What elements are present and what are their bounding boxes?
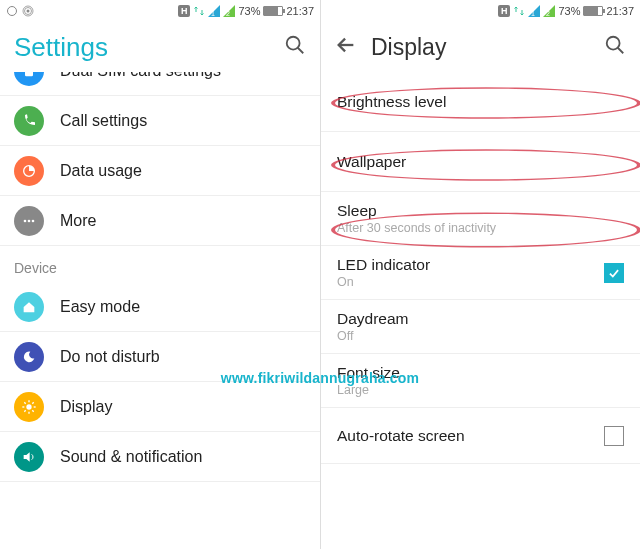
row-daydream[interactable]: Daydream Off [321, 300, 640, 354]
app-bar: Settings [0, 22, 320, 72]
led-checkbox[interactable] [604, 263, 624, 283]
search-icon[interactable] [604, 34, 626, 60]
status-bar: H 1 2 73% 21:37 [0, 0, 320, 22]
more-icon [14, 206, 44, 236]
sun-icon [14, 392, 44, 422]
autorotate-checkbox[interactable] [604, 426, 624, 446]
sim-icon [14, 72, 44, 86]
svg-point-12 [32, 219, 35, 222]
row-label: More [60, 212, 96, 230]
svg-point-10 [24, 219, 27, 222]
svg-point-1 [27, 10, 30, 13]
row-sublabel: Large [337, 383, 624, 397]
row-sound[interactable]: Sound & notification [0, 432, 320, 482]
battery-icon [583, 6, 603, 16]
data-icon [14, 156, 44, 186]
battery-pct: 73% [238, 5, 260, 17]
app-bar: Display [321, 22, 640, 72]
row-do-not-disturb[interactable]: Do not disturb [0, 332, 320, 382]
hotspot-icon [22, 5, 34, 17]
row-label: Wallpaper [337, 153, 624, 171]
svg-line-21 [32, 402, 33, 403]
svg-text:1: 1 [531, 10, 535, 17]
updown-icon [193, 5, 205, 17]
row-data-usage[interactable]: Data usage [0, 146, 320, 196]
row-label: Auto-rotate screen [337, 427, 604, 445]
row-more[interactable]: More [0, 196, 320, 246]
status-time: 21:37 [286, 5, 314, 17]
row-auto-rotate[interactable]: Auto-rotate screen [321, 408, 640, 464]
row-led-indicator[interactable]: LED indicator On [321, 246, 640, 300]
home-icon [14, 292, 44, 322]
speaker-icon [14, 442, 44, 472]
network-type-badge: H [498, 5, 511, 17]
svg-line-20 [24, 410, 25, 411]
row-label: Display [60, 398, 112, 416]
row-label: Call settings [60, 112, 147, 130]
row-label: Data usage [60, 162, 142, 180]
battery-icon [263, 6, 283, 16]
svg-point-13 [26, 404, 31, 409]
row-sublabel: Off [337, 329, 624, 343]
signal2-icon: 2 [223, 5, 235, 17]
svg-text:2: 2 [546, 10, 550, 17]
svg-line-19 [32, 410, 33, 411]
row-brightness[interactable]: Brightness level [321, 72, 640, 132]
settings-list: Dual SIM card settings Call settings Dat… [0, 72, 320, 482]
display-screen: H 1 2 73% 21:37 Display Brightness level… [320, 0, 640, 549]
updown-icon [513, 5, 525, 17]
search-icon[interactable] [284, 34, 306, 60]
svg-point-11 [28, 219, 31, 222]
svg-text:1: 1 [211, 10, 215, 17]
svg-line-26 [618, 48, 624, 54]
row-label: Sleep [337, 202, 624, 220]
row-sublabel: On [337, 275, 604, 289]
settings-screen: H 1 2 73% 21:37 Settings Dual SIM card s… [0, 0, 320, 549]
row-label: LED indicator [337, 256, 604, 274]
row-sublabel: After 30 seconds of inactivity [337, 221, 624, 235]
svg-point-25 [607, 37, 620, 50]
row-label: Easy mode [60, 298, 140, 316]
section-device: Device [0, 246, 320, 282]
svg-text:2: 2 [226, 10, 230, 17]
app-icon [6, 5, 18, 17]
row-wallpaper[interactable]: Wallpaper [321, 132, 640, 192]
signal2-icon: 2 [543, 5, 555, 17]
row-label: Do not disturb [60, 348, 160, 366]
status-bar: H 1 2 73% 21:37 [321, 0, 640, 22]
back-icon[interactable] [335, 34, 357, 60]
svg-point-6 [287, 37, 300, 50]
page-title: Display [371, 34, 590, 61]
svg-rect-8 [25, 72, 33, 76]
svg-line-18 [24, 402, 25, 403]
svg-point-0 [8, 7, 17, 16]
moon-icon [14, 342, 44, 372]
row-label: Daydream [337, 310, 624, 328]
row-dual-sim[interactable]: Dual SIM card settings [0, 72, 320, 96]
row-sleep[interactable]: Sleep After 30 seconds of inactivity [321, 192, 640, 246]
row-easy-mode[interactable]: Easy mode [0, 282, 320, 332]
row-call-settings[interactable]: Call settings [0, 96, 320, 146]
row-display[interactable]: Display [0, 382, 320, 432]
row-label: Brightness level [337, 93, 624, 111]
phone-icon [14, 106, 44, 136]
display-list: Brightness level Wallpaper Sleep After 3… [321, 72, 640, 464]
signal1-icon: 1 [208, 5, 220, 17]
status-time: 21:37 [606, 5, 634, 17]
network-type-badge: H [178, 5, 191, 17]
row-label: Dual SIM card settings [60, 72, 221, 80]
page-title: Settings [14, 32, 270, 63]
svg-line-7 [298, 48, 304, 54]
battery-pct: 73% [558, 5, 580, 17]
row-label: Sound & notification [60, 448, 202, 466]
row-label: Font size [337, 364, 624, 382]
row-font-size[interactable]: Font size Large [321, 354, 640, 408]
signal1-icon: 1 [528, 5, 540, 17]
